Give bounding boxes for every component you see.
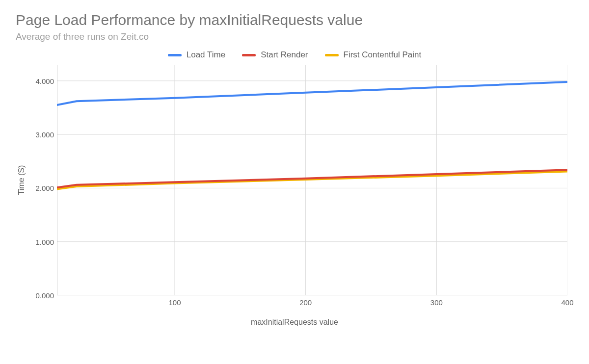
y-tick-label: 3.000 <box>35 130 54 139</box>
x-tick-label: 200 <box>299 298 312 307</box>
y-tick-label: 0.000 <box>35 291 54 300</box>
y-tick-label: 4.000 <box>35 77 54 85</box>
legend-swatch <box>168 54 182 56</box>
x-axis-title: maxInitialRequests value <box>15 318 574 327</box>
x-tick-labels: 100 200 300 400 <box>57 295 574 309</box>
x-tick-label: 400 <box>561 298 573 307</box>
plot-svg <box>57 65 567 295</box>
x-tick-label: 300 <box>430 298 443 307</box>
y-tick-label: 1.000 <box>35 237 54 246</box>
chart-container: Page Load Performance by maxInitialReque… <box>0 0 589 364</box>
legend-item-load-time: Load Time <box>168 50 225 60</box>
x-tick-label: 100 <box>168 298 181 307</box>
legend-item-start-render: Start Render <box>242 50 308 60</box>
plot-row: Time (S) 4.000 3.000 2.000 1.000 0.000 <box>15 65 574 295</box>
legend-label: Start Render <box>261 50 308 60</box>
chart-title: Page Load Performance by maxInitialReque… <box>16 12 574 28</box>
series-load-time <box>57 82 567 105</box>
legend-label: Load Time <box>187 50 225 60</box>
legend-swatch <box>325 54 339 56</box>
y-tick-labels: 4.000 3.000 2.000 1.000 0.000 <box>28 65 57 295</box>
legend: Load Time Start Render First Contentful … <box>15 50 574 60</box>
legend-swatch <box>242 54 256 56</box>
plot-area <box>57 65 574 295</box>
legend-item-first-contentful-paint: First Contentful Paint <box>325 50 422 60</box>
y-axis-title-wrap: Time (S) <box>15 65 28 295</box>
series-first-contentful-paint <box>57 172 567 189</box>
y-axis-title: Time (S) <box>17 165 26 195</box>
y-tick-label: 2.000 <box>35 184 54 192</box>
legend-label: First Contentful Paint <box>344 50 422 60</box>
chart-subtitle: Average of three runs on Zeit.co <box>16 31 574 42</box>
